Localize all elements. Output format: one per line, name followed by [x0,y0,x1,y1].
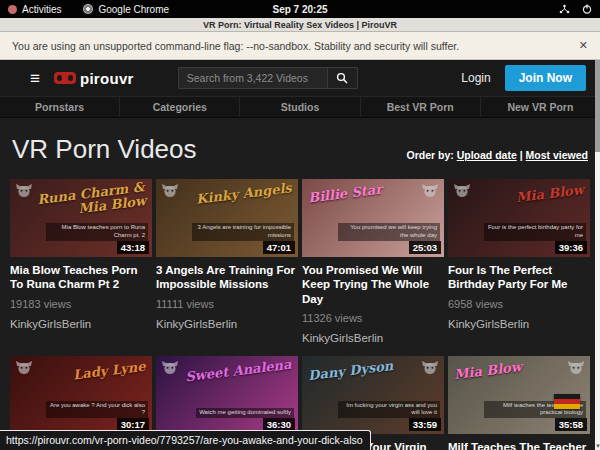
infobar-message: You are using an unsupported command-lin… [12,40,459,52]
scrollbar-thumb[interactable] [595,60,600,152]
video-title-link[interactable]: You Promised We Will Keep Trying The Who… [302,263,444,306]
video-card: Mia Blow Four is the perfect birthday pa… [448,179,590,344]
sandbox-warning-infobar: You are using an unsupported command-lin… [0,32,600,60]
window-title: VR Porn: Virtual Reality Sex Videos | Pi… [203,20,397,30]
chrome-icon [83,4,93,14]
video-thumbnail[interactable]: Dany Dyson Im fucking your virgin ass an… [302,356,444,434]
site-logo[interactable]: pirouvr [54,70,134,87]
video-thumbnail[interactable]: Billie Star You promised we will keep tr… [302,179,444,257]
search-button[interactable] [328,67,358,89]
page-title: VR Porn Videos [12,134,197,165]
video-title-link[interactable]: Four Is The Perfect Birthday Party For M… [448,263,590,292]
thumbnail-caption: Watch me getting dominated softly [196,408,294,418]
system-top-bar: Activities Google Chrome Sep 7 20:25 [0,0,600,18]
thumbnail-model-name: Kinky Angels [196,181,293,206]
studio-cat-logo-icon [15,360,33,375]
site-header: ≡ pirouvr Login Join Now [0,60,600,96]
video-title-link[interactable]: Mia Blow Teaches Porn To Runa Charm Pt 2 [10,263,152,292]
duration-badge: 39:36 [555,241,587,254]
studio-cat-logo-icon [421,360,439,375]
scrollbar[interactable]: ▼ [595,60,600,450]
vr-goggles-icon [54,72,76,84]
search-input[interactable] [178,67,328,89]
thumbnail-model-name: Lady Lyne [73,360,147,382]
thumbnail-model-name: Mia Blow [453,360,522,382]
duration-badge: 33:59 [409,418,441,431]
studio-cat-logo-icon [161,360,179,375]
thumbnail-model-name: Billie Star [307,183,382,206]
search-box [178,67,358,89]
video-grid: Runa Charm & Mia Blow Mia Blow teaches p… [10,179,590,450]
nav-item-new-vr-porn[interactable]: New VR Porn [481,97,600,117]
page-head: VR Porn Videos Order by: Upload date | M… [0,118,600,179]
focused-app-label[interactable]: Google Chrome [98,4,169,15]
thumbnail-model-name: Mia Blow [515,183,584,205]
video-card: Runa Charm & Mia Blow Mia Blow teaches p… [10,179,152,344]
video-studio-link[interactable]: KinkyGirlsBerlin [156,318,298,330]
nav-item-categories[interactable]: Categories [120,97,240,117]
network-icon[interactable] [559,4,570,14]
thumbnail-caption: 3 Angels are training for impossible mis… [192,223,294,241]
duration-badge: 25:03 [409,241,441,254]
nav-item-studios[interactable]: Studios [240,97,360,117]
order-by: Order by: Upload date | Most viewed [406,149,588,165]
power-icon[interactable] [582,4,592,14]
thumbnail-model-name: Dany Dyson [307,359,394,383]
studio-cat-logo-icon [161,183,179,198]
video-views: 19183 views [10,298,152,310]
order-separator: | [520,149,523,161]
join-now-button[interactable]: Join Now [505,65,586,91]
thumbnail-caption: Are you awake ? And your dick also ? [46,401,148,419]
clock[interactable]: Sep 7 20:25 [272,4,327,15]
video-card: Billie Star You promised we will keep tr… [302,179,444,344]
studio-cat-logo-icon [567,360,585,375]
video-card: Mia Blow Milf teaches the teacher some p… [448,356,590,450]
video-title-link[interactable]: Milf Teaches The Teacher Some Practical … [448,440,590,450]
video-views: 6958 views [448,298,590,310]
video-thumbnail[interactable]: Lady Lyne Are you awake ? And your dick … [10,356,152,434]
activities-button[interactable]: Activities [22,4,61,15]
duration-badge: 47:01 [263,241,295,254]
order-by-label: Order by: [406,149,453,161]
login-link[interactable]: Login [461,71,490,85]
studio-cat-logo-icon [421,183,439,198]
window-titlebar[interactable]: VR Porn: Virtual Reality Sex Videos | Pi… [0,18,600,32]
video-studio-link[interactable]: KinkyGirlsBerlin [10,318,152,330]
activities-icon [8,5,17,14]
order-upload-date-link[interactable]: Upload date [457,149,517,161]
video-thumbnail[interactable]: Sweet Analena Watch me getting dominated… [156,356,298,434]
german-flag-icon [554,394,580,409]
duration-badge: 35:58 [555,418,587,431]
browser-viewport: ≡ pirouvr Login Join Now Pornstars Categ… [0,60,600,450]
video-card: Kinky Angels 3 Angels are training for i… [156,179,298,344]
duration-badge: 43:18 [117,241,149,254]
site-logo-text: pirouvr [80,70,134,87]
nav-item-best-vr-porn[interactable]: Best VR Porn [361,97,481,117]
thumbnail-model-name: Runa Charm & Mia Blow [31,180,147,221]
nav-item-pornstars[interactable]: Pornstars [0,97,120,117]
status-url-bubble: https://pirouvr.com/vr-porn-video/779325… [0,430,371,450]
thumbnail-caption: Mia Blow teaches porn to Runa Charm pt. … [46,223,148,241]
video-title-link[interactable]: 3 Angels Are Training For Impossible Mis… [156,263,298,292]
studio-cat-logo-icon [453,183,471,198]
thumbnail-caption: Im fucking your virgin ass and you will … [338,401,440,419]
thumbnail-caption: Four is the perfect birthday party for m… [484,223,586,241]
video-studio-link[interactable]: KinkyGirlsBerlin [302,332,444,344]
order-most-viewed-link[interactable]: Most viewed [526,149,588,161]
video-views: 11111 views [156,298,298,310]
video-thumbnail[interactable]: Mia Blow Milf teaches the teacher some p… [448,356,590,434]
video-thumbnail[interactable]: Runa Charm & Mia Blow Mia Blow teaches p… [10,179,152,257]
video-thumbnail[interactable]: Kinky Angels 3 Angels are training for i… [156,179,298,257]
video-studio-link[interactable]: KinkyGirlsBerlin [448,318,590,330]
search-icon [336,72,348,84]
video-views: 11326 views [302,312,444,324]
close-icon[interactable]: ✕ [579,39,588,52]
scrollbar-down-arrow-icon[interactable]: ▼ [595,443,600,449]
main-nav: Pornstars Categories Studios Best VR Por… [0,96,600,118]
video-thumbnail[interactable]: Mia Blow Four is the perfect birthday pa… [448,179,590,257]
thumbnail-model-name: Sweet Analena [185,358,293,385]
hamburger-menu-icon[interactable]: ≡ [30,70,40,87]
thumbnail-caption: You promised we will keep trying the who… [338,223,440,241]
